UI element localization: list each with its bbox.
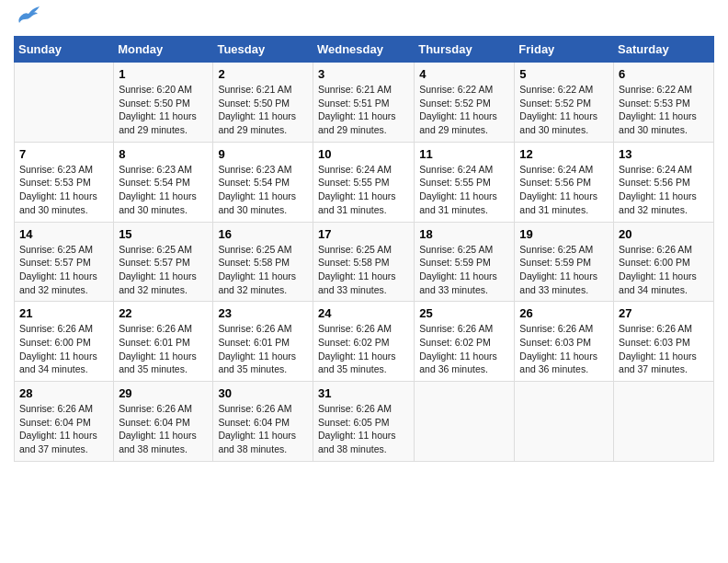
day-info: Sunrise: 6:25 AM Sunset: 5:59 PM Dayligh… xyxy=(419,243,509,297)
day-info: Sunrise: 6:23 AM Sunset: 5:54 PM Dayligh… xyxy=(218,163,308,217)
day-info: Sunrise: 6:26 AM Sunset: 6:04 PM Dayligh… xyxy=(119,402,208,456)
week-row-2: 7Sunrise: 6:23 AM Sunset: 5:53 PM Daylig… xyxy=(15,142,714,222)
day-info: Sunrise: 6:25 AM Sunset: 5:57 PM Dayligh… xyxy=(119,243,208,297)
day-header-tuesday: Tuesday xyxy=(213,37,313,63)
day-info: Sunrise: 6:20 AM Sunset: 5:50 PM Dayligh… xyxy=(119,83,208,137)
calendar-cell xyxy=(614,382,714,462)
day-number: 22 xyxy=(119,306,208,320)
day-number: 18 xyxy=(419,227,509,241)
calendar-cell: 16Sunrise: 6:25 AM Sunset: 5:58 PM Dayli… xyxy=(213,222,313,302)
day-info: Sunrise: 6:26 AM Sunset: 6:03 PM Dayligh… xyxy=(519,322,609,376)
day-number: 19 xyxy=(519,227,609,241)
calendar-table: SundayMondayTuesdayWednesdayThursdayFrid… xyxy=(14,36,714,462)
day-number: 27 xyxy=(619,306,709,320)
calendar-cell: 21Sunrise: 6:26 AM Sunset: 6:00 PM Dayli… xyxy=(15,302,114,382)
calendar-cell: 6Sunrise: 6:22 AM Sunset: 5:53 PM Daylig… xyxy=(614,63,714,143)
day-number: 28 xyxy=(19,386,108,400)
logo xyxy=(14,14,41,27)
day-number: 20 xyxy=(619,227,709,241)
days-header-row: SundayMondayTuesdayWednesdayThursdayFrid… xyxy=(15,37,714,63)
day-header-friday: Friday xyxy=(515,37,614,63)
day-info: Sunrise: 6:21 AM Sunset: 5:50 PM Dayligh… xyxy=(218,83,308,137)
day-number: 6 xyxy=(619,67,709,81)
day-number: 1 xyxy=(119,67,208,81)
day-header-saturday: Saturday xyxy=(614,37,714,63)
day-number: 4 xyxy=(419,67,509,81)
calendar-cell: 13Sunrise: 6:24 AM Sunset: 5:56 PM Dayli… xyxy=(614,142,714,222)
calendar-cell: 15Sunrise: 6:25 AM Sunset: 5:57 PM Dayli… xyxy=(114,222,213,302)
day-info: Sunrise: 6:26 AM Sunset: 6:04 PM Dayligh… xyxy=(19,402,108,456)
week-row-3: 14Sunrise: 6:25 AM Sunset: 5:57 PM Dayli… xyxy=(15,222,714,302)
logo-bird-icon xyxy=(16,6,41,27)
day-info: Sunrise: 6:25 AM Sunset: 5:58 PM Dayligh… xyxy=(318,243,409,297)
calendar-cell: 17Sunrise: 6:25 AM Sunset: 5:58 PM Dayli… xyxy=(313,222,414,302)
day-number: 13 xyxy=(619,147,709,161)
day-number: 23 xyxy=(218,306,308,320)
calendar-cell: 7Sunrise: 6:23 AM Sunset: 5:53 PM Daylig… xyxy=(15,142,114,222)
day-number: 26 xyxy=(519,306,609,320)
day-info: Sunrise: 6:24 AM Sunset: 5:55 PM Dayligh… xyxy=(419,163,509,217)
calendar-cell: 3Sunrise: 6:21 AM Sunset: 5:51 PM Daylig… xyxy=(313,63,414,143)
day-info: Sunrise: 6:25 AM Sunset: 5:59 PM Dayligh… xyxy=(519,243,609,297)
calendar-cell: 19Sunrise: 6:25 AM Sunset: 5:59 PM Dayli… xyxy=(515,222,614,302)
day-number: 11 xyxy=(419,147,509,161)
day-info: Sunrise: 6:26 AM Sunset: 6:01 PM Dayligh… xyxy=(119,322,208,376)
day-number: 9 xyxy=(218,147,308,161)
calendar-cell xyxy=(415,382,515,462)
day-info: Sunrise: 6:22 AM Sunset: 5:53 PM Dayligh… xyxy=(619,83,709,137)
day-info: Sunrise: 6:23 AM Sunset: 5:53 PM Dayligh… xyxy=(19,163,108,217)
day-number: 7 xyxy=(19,147,108,161)
day-info: Sunrise: 6:23 AM Sunset: 5:54 PM Dayligh… xyxy=(119,163,208,217)
calendar-cell: 26Sunrise: 6:26 AM Sunset: 6:03 PM Dayli… xyxy=(515,302,614,382)
day-info: Sunrise: 6:26 AM Sunset: 6:03 PM Dayligh… xyxy=(619,322,709,376)
day-number: 5 xyxy=(519,67,609,81)
day-number: 17 xyxy=(318,227,409,241)
day-number: 16 xyxy=(218,227,308,241)
calendar-cell: 30Sunrise: 6:26 AM Sunset: 6:04 PM Dayli… xyxy=(213,382,313,462)
day-header-wednesday: Wednesday xyxy=(313,37,414,63)
day-header-monday: Monday xyxy=(114,37,213,63)
day-number: 10 xyxy=(318,147,409,161)
calendar-cell: 24Sunrise: 6:26 AM Sunset: 6:02 PM Dayli… xyxy=(313,302,414,382)
day-info: Sunrise: 6:26 AM Sunset: 6:01 PM Dayligh… xyxy=(218,322,308,376)
day-number: 31 xyxy=(318,386,409,400)
day-number: 8 xyxy=(119,147,208,161)
calendar-cell: 10Sunrise: 6:24 AM Sunset: 5:55 PM Dayli… xyxy=(313,142,414,222)
calendar-cell: 2Sunrise: 6:21 AM Sunset: 5:50 PM Daylig… xyxy=(213,63,313,143)
calendar-cell: 4Sunrise: 6:22 AM Sunset: 5:52 PM Daylig… xyxy=(415,63,515,143)
day-number: 12 xyxy=(519,147,609,161)
calendar-cell: 12Sunrise: 6:24 AM Sunset: 5:56 PM Dayli… xyxy=(515,142,614,222)
page-header xyxy=(14,14,714,27)
calendar-cell: 9Sunrise: 6:23 AM Sunset: 5:54 PM Daylig… xyxy=(213,142,313,222)
calendar-cell: 20Sunrise: 6:26 AM Sunset: 6:00 PM Dayli… xyxy=(614,222,714,302)
calendar-cell: 5Sunrise: 6:22 AM Sunset: 5:52 PM Daylig… xyxy=(515,63,614,143)
calendar-cell xyxy=(515,382,614,462)
day-info: Sunrise: 6:22 AM Sunset: 5:52 PM Dayligh… xyxy=(519,83,609,137)
calendar-cell: 29Sunrise: 6:26 AM Sunset: 6:04 PM Dayli… xyxy=(114,382,213,462)
day-info: Sunrise: 6:26 AM Sunset: 6:00 PM Dayligh… xyxy=(19,322,108,376)
day-info: Sunrise: 6:22 AM Sunset: 5:52 PM Dayligh… xyxy=(419,83,509,137)
week-row-1: 1Sunrise: 6:20 AM Sunset: 5:50 PM Daylig… xyxy=(15,63,714,143)
day-number: 14 xyxy=(19,227,108,241)
day-info: Sunrise: 6:25 AM Sunset: 5:57 PM Dayligh… xyxy=(19,243,108,297)
day-number: 25 xyxy=(419,306,509,320)
day-info: Sunrise: 6:26 AM Sunset: 6:02 PM Dayligh… xyxy=(318,322,409,376)
calendar-cell: 18Sunrise: 6:25 AM Sunset: 5:59 PM Dayli… xyxy=(415,222,515,302)
day-number: 21 xyxy=(19,306,108,320)
day-info: Sunrise: 6:26 AM Sunset: 6:04 PM Dayligh… xyxy=(218,402,308,456)
week-row-4: 21Sunrise: 6:26 AM Sunset: 6:00 PM Dayli… xyxy=(15,302,714,382)
calendar-cell: 8Sunrise: 6:23 AM Sunset: 5:54 PM Daylig… xyxy=(114,142,213,222)
day-number: 30 xyxy=(218,386,308,400)
calendar-cell: 31Sunrise: 6:26 AM Sunset: 6:05 PM Dayli… xyxy=(313,382,414,462)
day-info: Sunrise: 6:24 AM Sunset: 5:55 PM Dayligh… xyxy=(318,163,409,217)
calendar-cell: 14Sunrise: 6:25 AM Sunset: 5:57 PM Dayli… xyxy=(15,222,114,302)
day-info: Sunrise: 6:24 AM Sunset: 5:56 PM Dayligh… xyxy=(519,163,609,217)
calendar-cell: 25Sunrise: 6:26 AM Sunset: 6:02 PM Dayli… xyxy=(415,302,515,382)
week-row-5: 28Sunrise: 6:26 AM Sunset: 6:04 PM Dayli… xyxy=(15,382,714,462)
day-info: Sunrise: 6:24 AM Sunset: 5:56 PM Dayligh… xyxy=(619,163,709,217)
day-number: 24 xyxy=(318,306,409,320)
day-info: Sunrise: 6:26 AM Sunset: 6:02 PM Dayligh… xyxy=(419,322,509,376)
calendar-cell xyxy=(15,63,114,143)
calendar-cell: 27Sunrise: 6:26 AM Sunset: 6:03 PM Dayli… xyxy=(614,302,714,382)
day-header-thursday: Thursday xyxy=(415,37,515,63)
